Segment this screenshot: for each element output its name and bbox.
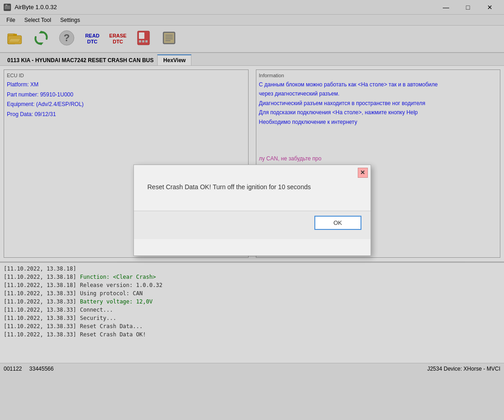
modal-message: Reset Crash Data OK! Turn off the igniti…	[148, 183, 311, 191]
modal-ok-button[interactable]: OK	[314, 216, 361, 230]
modal-overlay: ✕ Reset Crash Data OK! Turn off the igni…	[0, 0, 504, 420]
modal-close-button[interactable]: ✕	[358, 168, 368, 178]
modal-dialog: ✕ Reset Crash Data OK! Turn off the igni…	[133, 165, 371, 256]
modal-footer: OK	[134, 211, 371, 239]
modal-body: Reset Crash Data OK! Turn off the igniti…	[134, 165, 371, 211]
